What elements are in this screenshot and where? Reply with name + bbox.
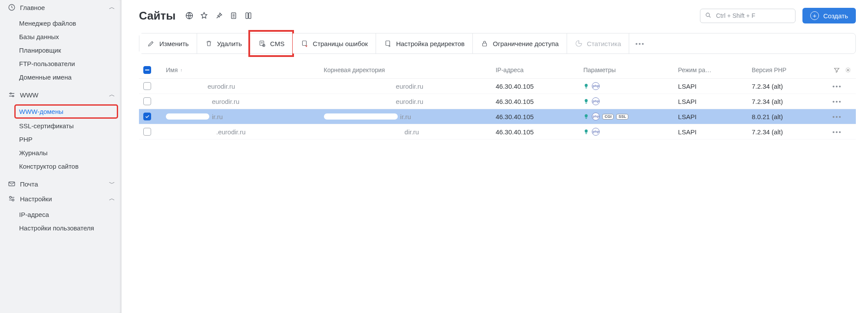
- cell-mode: LSAPI: [678, 113, 749, 120]
- sidebar-section-mail[interactable]: Почта ﹀: [0, 176, 121, 191]
- sidebar-item-scheduler[interactable]: Планировщик: [0, 43, 121, 57]
- search-box[interactable]: [700, 9, 795, 23]
- select-all-checkbox[interactable]: [143, 66, 151, 74]
- cell-docroot: dir.ru: [324, 128, 492, 136]
- sidebar-item-php[interactable]: PHP: [0, 133, 121, 146]
- cell-docroot: eurodir.ru: [324, 83, 492, 90]
- col-name[interactable]: Имя ↑: [166, 67, 320, 73]
- lock-icon: [481, 40, 488, 47]
- row-checkbox[interactable]: [143, 113, 151, 120]
- sites-table: Имя ↑ Корневая директория IP-адреса Пара…: [139, 62, 856, 140]
- columns-icon[interactable]: [244, 11, 253, 20]
- sidebar-item-filemanager[interactable]: Менеджер файлов: [0, 17, 121, 30]
- title-quick-icons: [185, 11, 253, 20]
- toolbar-label: Настройка редиректов: [396, 40, 465, 47]
- sidebar-item-domains[interactable]: Доменные имена: [0, 70, 121, 84]
- pin-icon[interactable]: [215, 11, 223, 20]
- sidebar-item-ftp[interactable]: FTP-пользователи: [0, 57, 121, 70]
- row-checkbox[interactable]: [143, 82, 151, 90]
- plus-icon: ＋: [810, 11, 819, 20]
- svg-rect-9: [249, 13, 251, 18]
- php-badge: php: [592, 113, 600, 120]
- sliders-icon: [8, 91, 16, 99]
- sidebar-item-user-settings[interactable]: Настройки пользователя: [0, 221, 121, 235]
- gear-icon[interactable]: [845, 67, 851, 73]
- redacted-segment: [324, 113, 398, 120]
- toolbar-access-button[interactable]: Ограничение доступа: [473, 33, 567, 53]
- sidebar-item-ip[interactable]: IP-адреса: [0, 208, 121, 221]
- php-badge: php: [592, 97, 600, 105]
- sidebar-section-label: Настройки: [20, 195, 109, 203]
- row-actions-button[interactable]: •••: [832, 98, 851, 105]
- chevron-down-icon: ﹀: [109, 180, 115, 188]
- cell-params: php: [583, 128, 674, 136]
- cell-name: ir.ru: [166, 113, 320, 120]
- cell-ip: 46.30.40.105: [495, 83, 580, 90]
- dashboard-icon: [8, 3, 16, 11]
- globe-icon[interactable]: [185, 11, 194, 20]
- lightbulb-icon: [583, 113, 589, 120]
- sidebar: Главное ︿ Менеджер файлов Базы данных Пл…: [0, 0, 122, 313]
- sidebar-section-main[interactable]: Главное ︿: [0, 0, 121, 15]
- cell-php: 7.2.34 (alt): [752, 98, 829, 105]
- cell-ip: 46.30.40.105: [495, 113, 580, 120]
- table-row[interactable]: eurodir.rueurodir.ru46.30.40.105phpLSAPI…: [139, 94, 856, 109]
- row-checkbox[interactable]: [143, 128, 151, 136]
- toolbar-edit-button[interactable]: Изменить: [139, 33, 197, 53]
- cell-php: 7.2.34 (alt): [752, 128, 829, 136]
- redacted-segment: [166, 129, 214, 135]
- list-icon[interactable]: [229, 11, 238, 20]
- sidebar-section-settings[interactable]: Настройки ︿: [0, 191, 121, 206]
- toolbar-error-pages-button[interactable]: Страницы ошибок: [293, 33, 376, 53]
- toolbar-label: Изменить: [159, 40, 189, 47]
- cell-params: php: [583, 97, 674, 105]
- col-params[interactable]: Параметры: [583, 67, 674, 73]
- row-actions-button[interactable]: •••: [832, 113, 851, 120]
- pencil-icon: [147, 40, 155, 47]
- document-warning-icon: [300, 40, 308, 47]
- redacted-segment: [166, 83, 205, 89]
- sidebar-item-logs[interactable]: Журналы: [0, 146, 121, 160]
- lightbulb-icon: [583, 128, 589, 136]
- svg-rect-14: [386, 41, 390, 46]
- cell-params: phpCGISSL: [583, 113, 674, 120]
- filter-icon[interactable]: [833, 67, 840, 73]
- php-badge: php: [592, 128, 600, 136]
- create-button[interactable]: ＋ Создать: [802, 8, 856, 23]
- table-row[interactable]: ir.ruir.ru46.30.40.105phpCGISSLLSAPI8.0.…: [139, 109, 856, 124]
- cell-ip: 46.30.40.105: [495, 128, 580, 136]
- toolbar-more-button[interactable]: •••: [629, 33, 651, 53]
- toolbar-delete-button[interactable]: Удалить: [197, 33, 250, 53]
- col-ip[interactable]: IP-адреса: [495, 67, 580, 73]
- cgi-badge: CGI: [602, 114, 614, 120]
- col-docroot[interactable]: Корневая директория: [324, 67, 492, 73]
- toggles-icon: [8, 195, 16, 203]
- search-input[interactable]: [715, 12, 791, 20]
- table-row[interactable]: .eurodir.rudir.ru46.30.40.105phpLSAPI7.2…: [139, 124, 856, 140]
- col-mode[interactable]: Режим ра…: [678, 67, 749, 73]
- toolbar-cms-button[interactable]: CMS: [250, 33, 293, 53]
- sidebar-section-label: Почта: [20, 180, 109, 188]
- chevron-up-icon: ︿: [109, 3, 115, 11]
- col-php[interactable]: Версия PHP: [752, 67, 829, 73]
- sidebar-item-ssl[interactable]: SSL-сертификаты: [0, 119, 121, 133]
- svg-point-2: [13, 96, 14, 97]
- redacted-segment: [166, 113, 209, 120]
- svg-point-1: [10, 93, 11, 94]
- sidebar-item-databases[interactable]: Базы данных: [0, 30, 121, 43]
- row-checkbox[interactable]: [143, 97, 151, 105]
- toolbar-redirects-button[interactable]: Настройка редиректов: [376, 33, 473, 53]
- row-actions-button[interactable]: •••: [832, 83, 851, 90]
- cell-docroot: ir.ru: [324, 113, 492, 120]
- row-actions-button[interactable]: •••: [832, 128, 851, 136]
- toolbar-label: CMS: [270, 40, 284, 47]
- table-row[interactable]: eurodir.rueurodir.ru46.30.40.105phpLSAPI…: [139, 79, 856, 94]
- cell-ip: 46.30.40.105: [495, 98, 580, 105]
- sidebar-item-www-domains[interactable]: WWW-домены: [15, 105, 118, 118]
- cell-mode: LSAPI: [678, 83, 749, 90]
- sidebar-item-sitebuilder[interactable]: Конструктор сайтов: [0, 160, 121, 173]
- sidebar-section-www[interactable]: WWW ︿: [0, 87, 121, 102]
- star-icon[interactable]: [200, 11, 208, 20]
- page-title: Сайты: [139, 9, 175, 23]
- svg-rect-8: [246, 13, 248, 18]
